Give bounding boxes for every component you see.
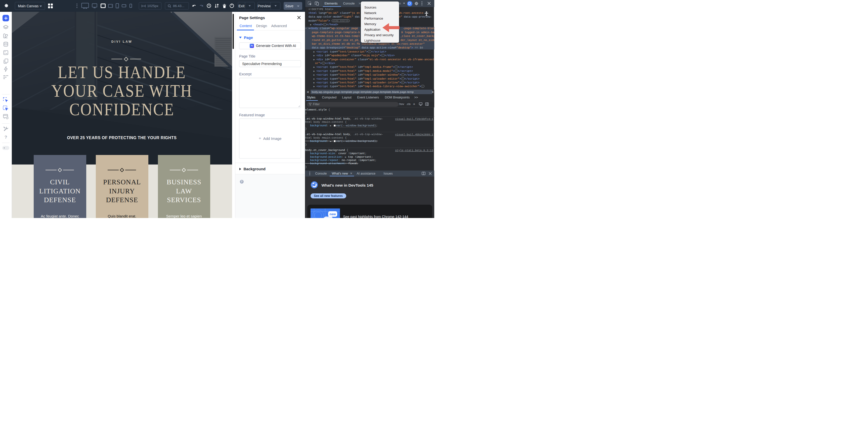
svg-text:new: new [330,212,336,216]
